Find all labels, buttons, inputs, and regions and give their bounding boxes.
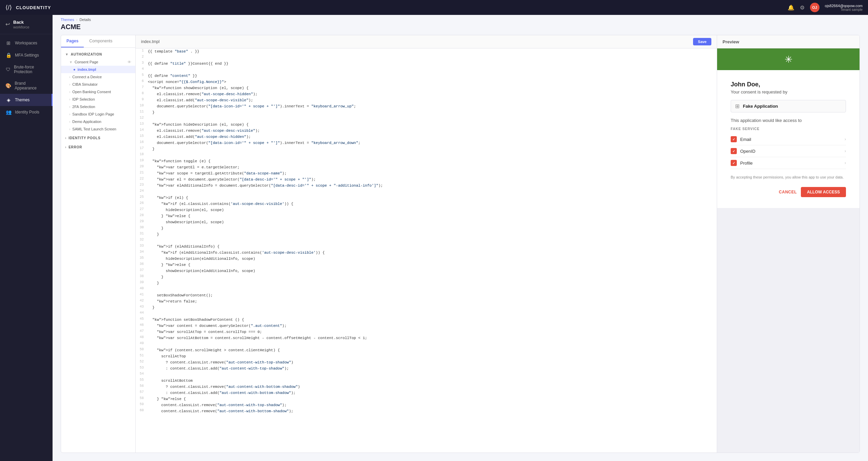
workspaces-label: Workspaces (15, 41, 37, 45)
sidebar-item-identity-pools[interactable]: 👥 Identity Pools (0, 106, 53, 118)
tree-idp-selection[interactable]: › IDP Selection (61, 96, 135, 103)
code-line: 38 } (136, 274, 717, 280)
code-line: 14 el.classList.remove("aut-scope-desc-v… (136, 128, 717, 134)
error-tree-label: ERROR (68, 145, 82, 149)
line-content: } "kw">else { (148, 396, 717, 402)
code-line: 49 (136, 341, 717, 347)
line-number: 7 (136, 85, 148, 91)
tab-pages[interactable]: Pages (61, 35, 84, 47)
open-banking-chevron-icon: › (69, 90, 70, 94)
line-number: 25 (136, 195, 148, 201)
scope-item-openid[interactable]: ✓ OpenID › (731, 145, 846, 157)
identity-pools-chevron-icon: › (65, 136, 66, 140)
line-content: } (148, 305, 717, 311)
line-content (148, 372, 717, 378)
back-button[interactable]: ↩ Back workforce (0, 15, 53, 34)
breadcrumb-themes[interactable]: Themes (61, 18, 74, 22)
consent-body: John Doe, Your consent is requested by ⊞… (717, 70, 860, 208)
line-content: ? content.classList.remove("aut-content-… (148, 384, 717, 390)
code-line: 36 } "kw">else { (136, 262, 717, 268)
code-line: 3{{ define "title" }}Consent{{ end }} (136, 61, 717, 67)
tree-consent-page[interactable]: ▼ Consent Page 👁 (61, 58, 135, 66)
sidebar-item-brand[interactable]: 🎨 Brand Appearance (0, 78, 53, 94)
saml-chevron-icon: › (69, 127, 70, 131)
allow-access-button[interactable]: ALLOW ACCESS (801, 187, 846, 197)
eye-icon[interactable]: 👁 (127, 60, 131, 64)
line-content (148, 311, 717, 317)
scope-item-profile[interactable]: ✓ Profile › (731, 157, 846, 169)
line-number: 43 (136, 305, 148, 311)
code-line: 33 "kw">if (elAdditionalInfo) { (136, 244, 717, 250)
line-number: 1 (136, 48, 148, 55)
save-button[interactable]: Save (693, 38, 711, 45)
settings-icon[interactable]: ⚙ (800, 4, 805, 11)
line-content: ? content.classList.remove("aut-content-… (148, 359, 717, 365)
tree-identity-pools-header[interactable]: › IDENTITY POOLS (61, 134, 135, 142)
line-content: "kw">var el = document.querySelector("[d… (148, 176, 717, 183)
sidebar-item-mfa[interactable]: 🔒 MFA Settings (0, 49, 53, 61)
scope-item-email[interactable]: ✓ Email › (731, 133, 846, 145)
user-avatar[interactable]: OJ (810, 3, 820, 12)
scope-check-profile: ✓ (731, 160, 737, 166)
line-number: 26 (136, 201, 148, 207)
scope-label: FAKE SERVICE (731, 127, 846, 131)
code-line: 23 "kw">var elAdditionalInfo = document.… (136, 183, 717, 189)
line-number: 29 (136, 219, 148, 225)
line-number: 39 (136, 280, 148, 286)
tree-connect-device[interactable]: › Connect a Device (61, 73, 135, 81)
sidebar-item-themes[interactable]: ◈ Themes (0, 94, 53, 106)
code-line: 7 "kw">function showDescription (el, sco… (136, 85, 717, 91)
scope-name-openid: OpenID (740, 149, 755, 154)
code-line: 55 scrollAtBottom (136, 378, 717, 384)
tree-demo-application[interactable]: › Demo Application (61, 118, 135, 125)
line-number: 14 (136, 128, 148, 134)
sidebar-item-workspaces[interactable]: ⊞ Workspaces (0, 37, 53, 49)
line-number: 53 (136, 365, 148, 372)
nav-right: 🔔 ⚙ OJ ojs82664@qopow.com Tenant sample (788, 3, 863, 12)
cancel-button[interactable]: CANCEL (779, 190, 797, 194)
code-line: 2 (136, 55, 717, 61)
tree-2fa-selection[interactable]: › 2FA Selection (61, 103, 135, 110)
openid-expand-icon: › (845, 149, 846, 153)
line-content: "kw">if (elAdditionalInfo) { (148, 244, 717, 250)
code-line: 40 (136, 286, 717, 292)
line-content: scrollAtTop (148, 353, 717, 359)
content-area: Pages Components ▼ AUTHORIZATION ▼ Conse… (61, 35, 860, 453)
line-content: {{ define "content" }} (148, 73, 717, 79)
line-content: document.querySelector("[data-icon-id='"… (148, 103, 717, 109)
line-content: showDescription(el, scope) (148, 219, 717, 225)
notification-icon[interactable]: 🔔 (788, 4, 794, 11)
consent-footer: By accepting these permissions, you allo… (731, 174, 846, 180)
tree-sandbox-idp[interactable]: › Sandbox IDP Login Page (61, 110, 135, 118)
code-line: 6<script nonce="{{$.Config.Nonce}}"> (136, 79, 717, 85)
tree-open-banking[interactable]: › Open Banking Consent (61, 88, 135, 96)
line-content: "kw">var scope = targetEl.getAttribute("… (148, 170, 717, 176)
line-content (148, 286, 717, 292)
auth-chevron-icon: ▼ (65, 53, 69, 56)
scope-left-openid: ✓ OpenID (731, 148, 755, 154)
mfa-label: MFA Settings (15, 53, 39, 58)
code-line: 45 "kw">function setBoxShadowForContent … (136, 317, 717, 323)
sidebar-item-brute-force[interactable]: 🛡 Brute-force Protection (0, 61, 53, 78)
line-content: } (148, 280, 717, 286)
line-number: 19 (136, 158, 148, 164)
line-content: "kw">function setBoxShadowForContent () … (148, 317, 717, 323)
line-content (148, 152, 717, 158)
tree-auth-header[interactable]: ▼ AUTHORIZATION (61, 50, 135, 58)
identity-pools-icon: 👥 (5, 109, 12, 115)
tree-error-header[interactable]: › ERROR (61, 143, 135, 151)
code-line: 50 "kw">if (content.scrollHeight > conte… (136, 347, 717, 353)
tree-ciba-simulator[interactable]: › CIBA Simulator (61, 81, 135, 88)
line-number: 51 (136, 353, 148, 359)
code-line: 52 ? content.classList.remove("aut-conte… (136, 359, 717, 365)
tree-index-tmpl[interactable]: ● index.tmpl (61, 66, 135, 73)
brand-label: Brand Appearance (15, 81, 47, 90)
line-content (148, 55, 717, 61)
tree-saml-test[interactable]: › SAML Test Launch Screen (61, 125, 135, 133)
line-number: 50 (136, 347, 148, 353)
preview-title: Preview (723, 39, 739, 44)
consent-greeting: John Doe, (731, 81, 846, 88)
tab-components[interactable]: Components (84, 35, 118, 47)
code-editor[interactable]: 1{{ template "base" . }}2 3{{ define "ti… (136, 48, 717, 453)
identity-pools-label: Identity Pools (15, 110, 39, 114)
